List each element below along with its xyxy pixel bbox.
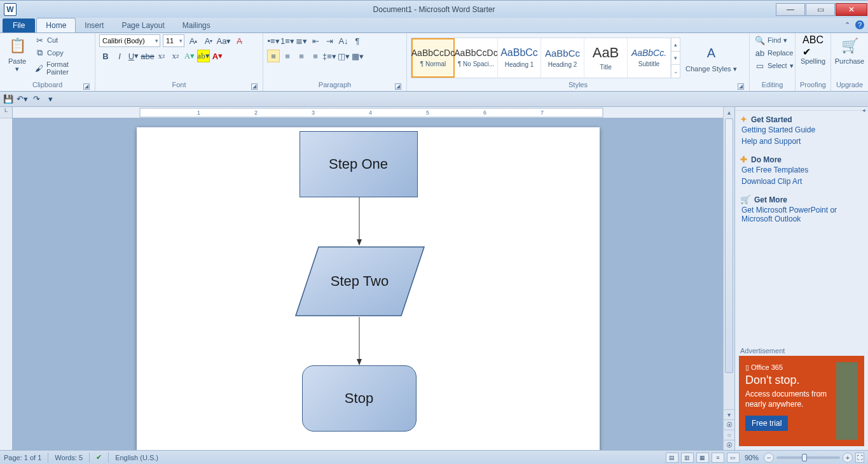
draft-view[interactable]: ▭	[727, 453, 740, 463]
tab-mailings[interactable]: Mailings	[174, 18, 219, 32]
zoom-slider[interactable]	[776, 456, 840, 459]
flowchart-process-step-one[interactable]: Step One	[300, 131, 418, 197]
highlight-button[interactable]: ab▾	[197, 50, 210, 62]
scroll-down-button[interactable]: ▾	[724, 409, 734, 419]
previous-page-button[interactable]: ⦿	[724, 419, 734, 430]
flowchart-data-step-two[interactable]: Step Two	[294, 246, 425, 317]
tab-insert[interactable]: Insert	[76, 18, 113, 32]
document-canvas[interactable]: Step One Step Two	[13, 118, 723, 450]
browse-object-button[interactable]: ○	[724, 430, 734, 440]
shading-button[interactable]: ◫▾	[337, 50, 350, 62]
qat-customize[interactable]: ▾	[45, 94, 56, 105]
find-button[interactable]: 🔍Find ▾	[754, 34, 795, 46]
next-page-button[interactable]: ⦿	[724, 440, 734, 450]
horizontal-ruler[interactable]: 123 4567	[13, 107, 723, 118]
save-button[interactable]: 💾	[3, 94, 14, 105]
text-effects-button[interactable]: A▾	[183, 50, 196, 62]
close-button[interactable]: ✕	[836, 3, 867, 16]
full-screen-view[interactable]: ▥	[681, 453, 694, 463]
underline-button[interactable]: U▾	[127, 50, 140, 62]
getting-started-guide-link[interactable]: Getting Started Guide	[740, 124, 863, 136]
tab-page-layout[interactable]: Page Layout	[113, 18, 173, 32]
multilevel-list-button[interactable]: ≣▾	[295, 34, 308, 47]
style-heading1[interactable]: AaBbCcHeading 1	[498, 38, 541, 78]
justify-button[interactable]: ≡	[309, 50, 322, 62]
styles-scroll-down[interactable]: ▾	[672, 51, 680, 64]
zoom-value[interactable]: 90%	[745, 454, 759, 461]
flowchart-arrow-2[interactable]	[356, 317, 362, 365]
borders-button[interactable]: ▦▾	[351, 50, 364, 62]
undo-button[interactable]: ↶▾	[17, 94, 28, 105]
minimize-button[interactable]: —	[776, 3, 805, 16]
shrink-font-button[interactable]: A▾	[202, 34, 215, 47]
format-painter-button[interactable]: 🖌Format Painter	[33, 60, 91, 76]
outline-view[interactable]: ≡	[712, 453, 724, 463]
style-title[interactable]: AaBTitle	[584, 38, 628, 78]
sort-button[interactable]: A↓	[337, 34, 350, 47]
italic-button[interactable]: I	[113, 50, 126, 62]
paste-button[interactable]: 📋 Paste▾	[4, 34, 31, 74]
zoom-out-button[interactable]: −	[764, 453, 774, 463]
word-count[interactable]: Words: 5	[55, 454, 83, 461]
font-color-button[interactable]: A▾	[211, 50, 224, 62]
free-templates-link[interactable]: Get Free Templates	[740, 164, 863, 176]
style-subtitle[interactable]: AaBbCc.Subtitle	[628, 38, 671, 78]
style-normal[interactable]: AaBbCcDc¶ Normal	[411, 38, 455, 78]
bold-button[interactable]: B	[99, 50, 112, 62]
align-right-button[interactable]: ≡	[295, 50, 308, 62]
cut-button[interactable]: ✂Cut	[33, 34, 91, 46]
maximize-button[interactable]: ▭	[806, 3, 835, 16]
tab-file[interactable]: File	[3, 18, 35, 32]
font-size-combo[interactable]: 11	[163, 34, 184, 47]
increase-indent-button[interactable]: ⇥	[323, 34, 336, 47]
numbering-button[interactable]: 1≡▾	[281, 34, 294, 47]
styles-more[interactable]: ⌄	[672, 64, 680, 78]
help-icon[interactable]: ?	[855, 20, 864, 29]
zoom-in-button[interactable]: +	[843, 453, 853, 463]
help-support-link[interactable]: Help and Support	[740, 136, 863, 147]
print-layout-view[interactable]: ▤	[666, 453, 679, 463]
purchase-button[interactable]: 🛒Purchase	[835, 34, 864, 66]
advertisement[interactable]: ▯ Office 365 Don't stop. Access document…	[739, 356, 864, 446]
web-layout-view[interactable]: ▦	[696, 453, 709, 463]
change-case-button[interactable]: Aa▾	[217, 34, 230, 47]
language-status[interactable]: English (U.S.)	[115, 454, 158, 461]
redo-button[interactable]: ↷	[31, 94, 42, 105]
clear-formatting-button[interactable]: A̶	[233, 34, 245, 47]
change-styles-button[interactable]: A Change Styles ▾	[683, 42, 740, 74]
ruler-toggle[interactable]: L	[0, 107, 12, 118]
line-spacing-button[interactable]: ‡≡▾	[323, 50, 336, 62]
free-trial-button[interactable]: Free trial	[745, 416, 788, 431]
scroll-thumb[interactable]	[725, 118, 733, 373]
align-left-button[interactable]: ≡	[267, 50, 280, 62]
zoom-fit-button[interactable]: ⛶	[855, 453, 864, 463]
vertical-scrollbar[interactable]: ▴ ▾ ⦿ ○ ⦿	[723, 107, 734, 450]
select-button[interactable]: ▭Select ▾	[754, 60, 795, 71]
download-clipart-link[interactable]: Download Clip Art	[740, 176, 863, 187]
align-center-button[interactable]: ≡	[281, 50, 294, 62]
strikethrough-button[interactable]: abe	[141, 50, 154, 62]
bullets-button[interactable]: •≡▾	[267, 34, 280, 47]
style-heading2[interactable]: AaBbCcHeading 2	[541, 38, 584, 78]
clipboard-dialog-launcher[interactable]: ◢	[83, 83, 90, 90]
zoom-handle[interactable]	[802, 454, 807, 461]
font-name-combo[interactable]: Calibri (Body)	[99, 34, 160, 47]
superscript-button[interactable]: x2	[169, 50, 182, 62]
paragraph-dialog-launcher[interactable]: ◢	[395, 83, 401, 90]
page[interactable]: Step One Step Two	[137, 127, 600, 450]
styles-gallery[interactable]: AaBbCcDc¶ Normal AaBbCcDc¶ No Spaci... A…	[411, 38, 680, 78]
font-dialog-launcher[interactable]: ◢	[251, 83, 258, 90]
get-powerpoint-outlook-link[interactable]: Get Microsoft PowerPoint or Microsoft Ou…	[740, 204, 863, 225]
vertical-ruler[interactable]: L	[0, 107, 13, 450]
scroll-up-button[interactable]: ▴	[724, 107, 734, 117]
subscript-button[interactable]: x2	[155, 50, 168, 62]
tab-home[interactable]: Home	[36, 18, 76, 32]
style-no-spacing[interactable]: AaBbCcDc¶ No Spaci...	[455, 38, 498, 78]
copy-button[interactable]: ⧉Copy	[33, 47, 91, 59]
replace-button[interactable]: abReplace	[754, 47, 795, 59]
flowchart-arrow-1[interactable]	[356, 197, 362, 246]
styles-scroll-up[interactable]: ▴	[672, 38, 680, 51]
show-marks-button[interactable]: ¶	[351, 34, 364, 47]
proofing-status[interactable]: ✔	[96, 453, 102, 461]
page-status[interactable]: Page: 1 of 1	[4, 454, 41, 461]
